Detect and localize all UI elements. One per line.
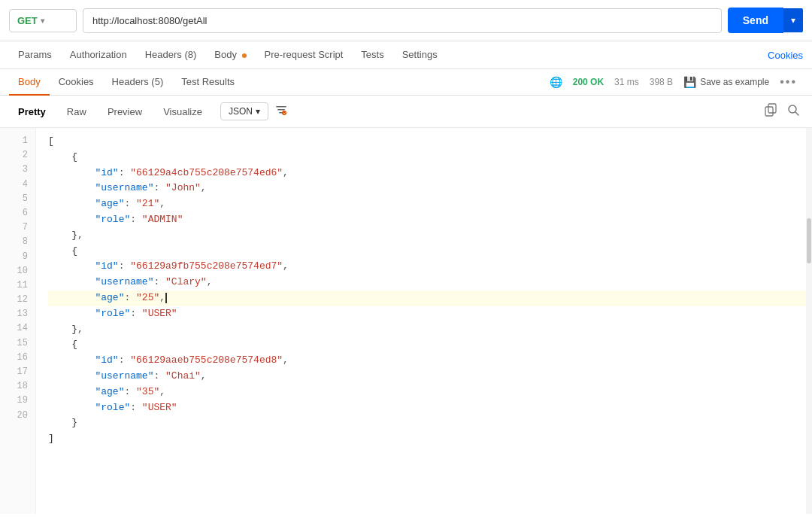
json-line: ]	[48, 431, 806, 447]
scrollbar-thumb[interactable]	[807, 218, 811, 263]
send-button[interactable]: Send	[728, 8, 783, 33]
resp-tab-test-results[interactable]: Test Results	[172, 69, 244, 96]
resp-tab-body[interactable]: Body	[9, 69, 50, 96]
format-select[interactable]: JSON ▾	[220, 102, 268, 120]
fmt-tab-raw[interactable]: Raw	[58, 102, 95, 121]
search-icon[interactable]	[783, 100, 803, 123]
cookies-link[interactable]: Cookies	[768, 42, 803, 68]
tab-params[interactable]: Params	[9, 41, 61, 69]
resp-tab-cookies[interactable]: Cookies	[50, 69, 103, 96]
json-line: "username": "Chai",	[48, 369, 806, 385]
send-button-group: Send ▾	[728, 8, 803, 33]
json-line: "role": "USER"	[48, 306, 806, 322]
json-content-area: 1234567891011121314151617181920 [ { "id"…	[0, 128, 812, 514]
request-tabs: Params Authorization Headers (8) Body Pr…	[0, 41, 812, 69]
fmt-tab-visualize[interactable]: Visualize	[154, 102, 211, 121]
tab-body[interactable]: Body	[205, 41, 255, 69]
json-line: {	[48, 244, 806, 260]
url-bar: GET ▾ Send ▾	[0, 0, 812, 41]
svg-rect-4	[768, 104, 776, 113]
tab-tests[interactable]: Tests	[352, 41, 392, 69]
format-chevron-icon: ▾	[256, 106, 260, 117]
response-tabs: Body Cookies Headers (5) Test Results 🌐 …	[0, 69, 812, 96]
filter-icon[interactable]	[274, 103, 288, 120]
json-line: {	[48, 337, 806, 353]
response-time: 31 ms	[614, 77, 639, 87]
json-line: "id": "66129aaeb755c208e7574ed8",	[48, 353, 806, 369]
json-line: "username": "Clary",	[48, 275, 806, 290]
format-toolbar: Pretty Raw Preview Visualize JSON ▾	[0, 96, 812, 128]
tab-headers[interactable]: Headers (8)	[136, 41, 206, 69]
json-line: },	[48, 228, 806, 244]
json-lines[interactable]: [ { "id": "66129a4cb755c208e7574ed6", "u…	[36, 128, 806, 514]
svg-rect-5	[765, 107, 773, 116]
globe-icon: 🌐	[550, 76, 562, 88]
svg-line-7	[795, 112, 798, 115]
tab-settings[interactable]: Settings	[393, 41, 447, 69]
method-chevron-icon: ▾	[41, 17, 44, 25]
fmt-tab-pretty[interactable]: Pretty	[9, 102, 55, 121]
line-numbers: 1234567891011121314151617181920	[0, 128, 36, 514]
json-line: "age": "35",	[48, 385, 806, 400]
json-line: "id": "66129a9fb755c208e7574ed7",	[48, 259, 806, 275]
scrollbar-track[interactable]	[806, 128, 812, 514]
resp-tab-headers[interactable]: Headers (5)	[103, 69, 173, 96]
save-icon: 💾	[683, 76, 696, 88]
body-dot-indicator	[242, 53, 247, 58]
svg-rect-1	[277, 109, 285, 111]
svg-point-3	[282, 111, 286, 115]
json-line: "role": "USER"	[48, 400, 806, 416]
method-dropdown[interactable]: GET ▾	[9, 9, 77, 32]
json-line: "age": "21",	[48, 196, 806, 212]
response-meta: 🌐 200 OK 31 ms 398 B 💾 Save as example •…	[544, 75, 803, 89]
svg-rect-0	[276, 106, 286, 108]
tab-authorization[interactable]: Authorization	[61, 41, 136, 69]
json-line: "username": "John",	[48, 181, 806, 196]
copy-icon[interactable]	[761, 100, 780, 123]
json-line: [	[48, 134, 806, 150]
status-badge: 200 OK	[573, 77, 604, 87]
json-line: "id": "66129a4cb755c208e7574ed6",	[48, 166, 806, 181]
url-input[interactable]	[83, 8, 722, 33]
response-size: 398 B	[650, 77, 673, 87]
json-line: },	[48, 322, 806, 338]
more-options-icon[interactable]: •••	[780, 75, 797, 89]
fmt-tab-preview[interactable]: Preview	[98, 102, 151, 121]
tab-pre-request-script[interactable]: Pre-request Script	[256, 41, 353, 69]
json-line: }	[48, 415, 806, 431]
json-line: {	[48, 150, 806, 166]
save-example-button[interactable]: 💾 Save as example	[683, 76, 769, 88]
json-line: "role": "ADMIN"	[48, 212, 806, 228]
json-line: "age": "25",	[48, 290, 806, 306]
method-label: GET	[17, 15, 38, 26]
send-dropdown-button[interactable]: ▾	[783, 8, 803, 32]
